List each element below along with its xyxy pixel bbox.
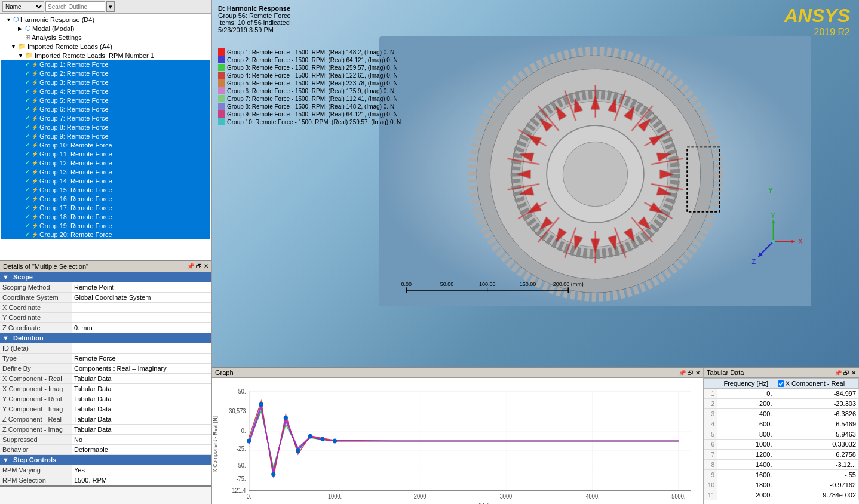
x-coord-value[interactable]	[72, 302, 211, 312]
tree-group-19[interactable]: ✓ ⚡ Group 19: Remote Force	[1, 221, 210, 230]
restore-button[interactable]: 🗗	[196, 263, 202, 269]
row-value[interactable]: 0.33032	[775, 440, 858, 450]
group10-icon: ⚡	[32, 142, 38, 148]
row-value[interactable]: -3.12...	[775, 460, 858, 470]
ycomp-real-value[interactable]: Tabular Data	[72, 394, 211, 404]
tabular-content[interactable]: Frequency [Hz] X Component - Real	[704, 378, 859, 504]
tree-group-13[interactable]: ✓ ⚡ Group 13: Remote Force	[1, 167, 210, 176]
tree-item-rpm[interactable]: ▼ 📁 Imported Remote Loads: RPM Number 1	[1, 51, 210, 60]
xcomp-imag-value[interactable]: Tabular Data	[72, 383, 211, 394]
viewport-area[interactable]: D: Harmonic Response Group 56: Remote Fo…	[212, 0, 859, 367]
define-by-value[interactable]: Components : Real – Imaginary	[72, 363, 211, 373]
tabular-restore-btn[interactable]: 🗗	[843, 370, 849, 376]
group1-icon: ⚡	[32, 62, 38, 67]
detail-row-type: Type Remote Force	[0, 353, 211, 363]
zcomp-imag-value[interactable]: Tabular Data	[72, 424, 211, 434]
tree-group-3[interactable]: ✓ ⚡ Group 3: Remote Force	[1, 78, 210, 87]
row-freq[interactable]: 200.	[717, 399, 775, 409]
tree-group-10[interactable]: ✓ ⚡ Group 10: Remote Force	[1, 140, 210, 149]
xcomp-real-value[interactable]: Tabular Data	[72, 373, 211, 383]
legend-item-f: Group 6: Remote Force - 1500. RPM: (Real…	[218, 87, 401, 94]
row-value[interactable]: -84.997	[775, 389, 858, 399]
z-coord-value[interactable]: 0. mm	[72, 322, 211, 333]
row-value[interactable]: -9.784e-002	[775, 490, 858, 500]
y-coord-value[interactable]	[72, 312, 211, 322]
row-freq[interactable]: 2000.	[717, 490, 775, 500]
tree-group-8[interactable]: ✓ ⚡ Group 8: Remote Force	[1, 122, 210, 131]
row-value[interactable]: 5.9463	[775, 429, 858, 440]
tree-name-select[interactable]: Name	[2, 1, 44, 12]
row-num: 3	[704, 409, 717, 419]
suppressed-value[interactable]: No	[72, 434, 211, 444]
tree-area[interactable]: ▼ ⬡ Harmonic Response (D4) ▶ ⬡ Modal (Mo…	[0, 14, 211, 260]
zcomp-real-value[interactable]: Tabular Data	[72, 414, 211, 424]
row-value[interactable]: -6.5469	[775, 419, 858, 429]
tree-group-18[interactable]: ✓ ⚡ Group 18: Remote Force	[1, 212, 210, 221]
row-freq[interactable]: 1600.	[717, 470, 775, 480]
row-freq[interactable]: 1000.	[717, 440, 775, 450]
detail-row-coord-sys: Coordinate System Global Coordinate Syst…	[0, 292, 211, 302]
type-value[interactable]: Remote Force	[72, 353, 211, 363]
row-value[interactable]: -.55	[775, 470, 858, 480]
tree-group-5[interactable]: ✓ ⚡ Group 5: Remote Force	[1, 96, 210, 105]
tree-group-12[interactable]: ✓ ⚡ Group 12: Remote Force	[1, 158, 210, 167]
row-value[interactable]: -20.303	[775, 399, 858, 409]
svg-point-71	[772, 240, 775, 243]
tabular-close-btn[interactable]: ✕	[851, 370, 856, 376]
tree-search-button[interactable]: ▾	[106, 1, 115, 12]
tabular-controls: 📌 🗗 ✕	[835, 370, 856, 376]
detail-row-zcomp-real: Z Component - Real Tabular Data	[0, 414, 211, 424]
close-button[interactable]: ✕	[204, 263, 208, 269]
graph-pin-btn[interactable]: 📌	[679, 370, 686, 376]
row-freq[interactable]: 1200.	[717, 450, 775, 460]
tree-item-harmonic[interactable]: ▼ ⬡ Harmonic Response (D4)	[1, 15, 210, 24]
tree-search-input[interactable]	[45, 1, 105, 12]
details-scroll[interactable]: ▼ Scope Scoping Method Remote Point Coor…	[0, 272, 211, 487]
tree-group-6[interactable]: ✓ ⚡ Group 6: Remote Force	[1, 105, 210, 113]
detail-row-xcomp-imag: X Component - Imag Tabular Data	[0, 383, 211, 394]
row-value[interactable]: -6.3826	[775, 409, 858, 419]
col-frequency[interactable]: Frequency [Hz]	[717, 379, 775, 389]
id-value[interactable]	[72, 343, 211, 353]
row-freq[interactable]: 600.	[717, 419, 775, 429]
rpm-varying-value[interactable]: Yes	[72, 465, 211, 475]
tree-group-11[interactable]: ✓ ⚡ Group 11: Remote Force	[1, 149, 210, 158]
tree-group-20[interactable]: ✓ ⚡ Group 20: Remote Force	[1, 230, 210, 239]
row-freq[interactable]: 800.	[717, 429, 775, 440]
behavior-value[interactable]: Deformable	[72, 444, 211, 454]
tree-group-1[interactable]: ✓ ⚡ Group 1: Remote Force	[1, 60, 210, 69]
tree-group-16[interactable]: ✓ ⚡ Group 16: Remote Force	[1, 194, 210, 203]
tree-group-9[interactable]: ✓ ⚡ Group 9: Remote Force	[1, 131, 210, 140]
tree-group-4[interactable]: ✓ ⚡ Group 4: Remote Force	[1, 87, 210, 96]
row-value[interactable]: 6.2758	[775, 450, 858, 460]
row-num: 8	[704, 460, 717, 470]
tabular-pin-btn[interactable]: 📌	[835, 370, 842, 376]
tree-group-17[interactable]: ✓ ⚡ Group 17: Remote Force	[1, 203, 210, 212]
tree-item-analysis[interactable]: ⊞ Analysis Settings	[1, 33, 210, 42]
tree-group-2[interactable]: ✓ ⚡ Group 2: Remote Force	[1, 69, 210, 78]
tree-group-7[interactable]: ✓ ⚡ Group 7: Remote Force	[1, 113, 210, 122]
analysis-label: Analysis Settings	[32, 34, 82, 41]
row-freq[interactable]: 1800.	[717, 480, 775, 490]
graph-restore-btn[interactable]: 🗗	[688, 370, 694, 376]
tree-group-14[interactable]: ✓ ⚡ Group 14: Remote Force	[1, 176, 210, 185]
tree-group-15[interactable]: ✓ ⚡ Group 15: Remote Force	[1, 185, 210, 194]
coord-sys-value[interactable]: Global Coordinate System	[72, 292, 211, 302]
rpm-selection-value[interactable]: 1500. RPM	[72, 475, 211, 485]
tabular-panel: Tabular Data 📌 🗗 ✕ Frequency [Hz]	[704, 368, 859, 504]
row-value[interactable]: -0.97162	[775, 480, 858, 490]
ycomp-imag-value[interactable]: Tabular Data	[72, 404, 211, 414]
row-freq[interactable]: 0.	[717, 389, 775, 399]
pin-button[interactable]: 📌	[187, 263, 194, 269]
graph-close-btn[interactable]: ✕	[695, 370, 700, 376]
row-freq[interactable]: 400.	[717, 409, 775, 419]
tree-item-modal[interactable]: ▶ ⬡ Modal (Modal)	[1, 24, 210, 33]
col-xcomp-real[interactable]: X Component - Real	[775, 379, 858, 389]
col-checkbox[interactable]	[778, 380, 784, 387]
row-freq[interactable]: 1400.	[717, 460, 775, 470]
scoping-method-value[interactable]: Remote Point	[72, 282, 211, 292]
legend-color-i	[218, 110, 225, 118]
step-label: Step Controls	[13, 456, 56, 463]
tree-item-imported-loads[interactable]: ▼ 📁 Imported Remote Loads (A4)	[1, 42, 210, 51]
modal-icon: ⬡	[25, 24, 31, 32]
